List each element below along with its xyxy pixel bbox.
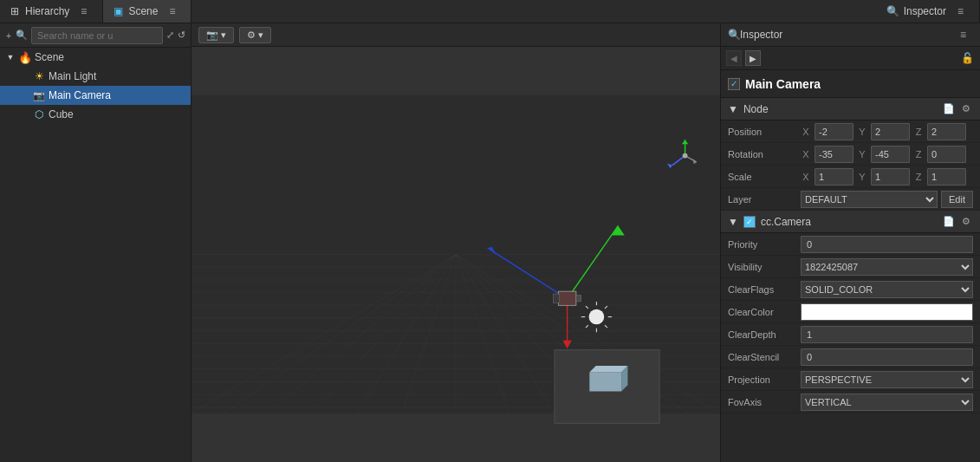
svg-rect-34 xyxy=(553,294,559,303)
cleardepth-input[interactable] xyxy=(801,326,973,343)
lock-btn[interactable]: 🔓 xyxy=(959,50,975,66)
camera-dropdown-icon: ▾ xyxy=(221,29,226,41)
clearflags-select[interactable]: SOLID_COLOR DEPTH_ONLY DONT_CLEAR SKYBOX xyxy=(801,281,973,298)
hierarchy-panel: + 🔍 ⤢ ↺ ▼ 🔥 Scene ☀ Main Light 📷 xyxy=(0,23,191,462)
scene-tab[interactable]: ▣ Scene ≡ xyxy=(103,0,191,23)
add-node-btn[interactable]: + xyxy=(5,28,12,43)
cleardepth-row: ClearDepth xyxy=(721,323,980,346)
hierarchy-menu-btn[interactable]: ≡ xyxy=(74,5,94,17)
nav-back-btn[interactable]: ◀ xyxy=(726,50,742,66)
projection-select[interactable]: PERSPECTIVE ORTHO xyxy=(801,371,973,388)
position-x-input[interactable] xyxy=(815,123,853,140)
priority-input[interactable] xyxy=(801,236,973,253)
tree-item-main-light[interactable]: ☀ Main Light xyxy=(0,67,191,86)
camera-settings-icon-btn[interactable]: ⚙ xyxy=(959,215,973,229)
layer-edit-btn[interactable]: Edit xyxy=(941,191,973,208)
layer-select[interactable]: DEFAULT xyxy=(801,191,938,208)
nav-forward-btn[interactable]: ▶ xyxy=(745,50,761,66)
position-z-label: Z xyxy=(913,127,924,137)
inspector-panel: 🔍 Inspector ≡ ◀ ▶ 🔓 Main Camera ▼ Node 📄… xyxy=(720,23,980,462)
inspector-menu-btn[interactable]: ≡ xyxy=(951,5,970,17)
position-row: Position X Y Z xyxy=(721,120,980,143)
clearstencil-input[interactable] xyxy=(801,348,973,366)
scene-menu-btn[interactable]: ≡ xyxy=(162,5,182,17)
visibility-select[interactable]: 1822425087 xyxy=(801,258,973,276)
svg-marker-53 xyxy=(589,372,621,391)
settings-dropdown-icon: ▾ xyxy=(258,29,263,41)
scene-tab-label: Scene xyxy=(128,5,158,17)
projection-row: Projection PERSPECTIVE ORTHO xyxy=(721,368,980,391)
tree-item-main-camera[interactable]: 📷 Main Camera xyxy=(0,86,191,105)
tree-item-cube[interactable]: ⬡ Cube xyxy=(0,105,191,124)
camera-section-icons: 📄 ⚙ xyxy=(942,215,973,229)
position-y-input[interactable] xyxy=(871,123,910,140)
clearcolor-picker[interactable] xyxy=(801,303,973,321)
priority-fields xyxy=(801,236,973,253)
inspector-nav: ◀ ▶ 🔓 xyxy=(721,47,980,70)
scale-z-input[interactable] xyxy=(927,168,966,185)
cleardepth-fields xyxy=(801,326,973,343)
scale-label: Scale xyxy=(728,172,797,182)
node-section-title: Node xyxy=(743,103,937,115)
expand-btn[interactable]: ⤢ xyxy=(166,28,174,43)
hierarchy-tab[interactable]: ⊞ Hierarchy ≡ xyxy=(0,0,103,23)
priority-label: Priority xyxy=(728,239,797,250)
main-layout: + 🔍 ⤢ ↺ ▼ 🔥 Scene ☀ Main Light 📷 xyxy=(0,23,980,462)
scale-y-input[interactable] xyxy=(871,168,910,185)
clearflags-row: ClearFlags SOLID_COLOR DEPTH_ONLY DONT_C… xyxy=(721,278,980,301)
clearflags-label: ClearFlags xyxy=(728,284,797,295)
camera-doc-btn[interactable]: 📄 xyxy=(942,215,956,229)
clearstencil-row: ClearStencil xyxy=(721,346,980,368)
rotation-x-input[interactable] xyxy=(815,146,853,163)
hierarchy-icon: ⊞ xyxy=(9,5,21,17)
layer-row: Layer DEFAULT Edit xyxy=(721,188,980,211)
visibility-label: Visibility xyxy=(728,262,797,272)
position-x-label: X xyxy=(801,127,811,137)
node-section-icons: 📄 ⚙ xyxy=(942,102,973,116)
layer-fields: DEFAULT Edit xyxy=(801,191,973,208)
scale-x-input[interactable] xyxy=(815,168,853,185)
scale-y-label: Y xyxy=(857,172,867,182)
inspector-tab[interactable]: 🔍 Inspector ≡ xyxy=(879,0,980,23)
tree-label-main-light: Main Light xyxy=(49,70,96,82)
node-section-header[interactable]: ▼ Node 📄 ⚙ xyxy=(721,98,980,120)
clearstencil-label: ClearStencil xyxy=(728,352,797,362)
rotation-z-input[interactable] xyxy=(927,146,966,163)
scene-viewport[interactable] xyxy=(191,47,720,462)
node-settings-btn[interactable]: ⚙ xyxy=(959,102,973,116)
clearcolor-label: ClearColor xyxy=(728,307,797,317)
rotation-z-label: Z xyxy=(913,149,924,159)
rotation-x-label: X xyxy=(801,149,811,159)
fovaxis-select[interactable]: VERTICAL HORIZONTAL xyxy=(801,394,973,411)
position-label: Position xyxy=(728,127,797,137)
camera-section-header[interactable]: ▼ cc.Camera 📄 ⚙ xyxy=(721,211,980,233)
search-bar: + 🔍 ⤢ ↺ xyxy=(0,23,191,48)
fovaxis-fields: VERTICAL HORIZONTAL xyxy=(801,394,973,411)
visibility-fields: 1822425087 xyxy=(801,258,973,276)
position-z-input[interactable] xyxy=(927,123,966,140)
tree-item-scene[interactable]: ▼ 🔥 Scene xyxy=(0,48,191,67)
visibility-row: Visibility 1822425087 xyxy=(721,256,980,278)
cube-icon-tree: ⬡ xyxy=(33,108,45,120)
clearcolor-fields xyxy=(801,303,973,321)
obj-enabled-checkbox[interactable] xyxy=(728,78,740,90)
refresh-btn[interactable]: ↺ xyxy=(178,28,185,43)
svg-rect-33 xyxy=(558,291,576,305)
search-icon[interactable]: 🔍 xyxy=(16,28,28,43)
camera-section-title: cc.Camera xyxy=(761,216,937,228)
inspector-panel-title: Inspector xyxy=(740,29,953,41)
rotation-row: Rotation X Y Z xyxy=(721,143,980,166)
camera-icon: 📷 xyxy=(206,29,218,41)
scene-panel: 📷 ▾ ⚙ ▾ xyxy=(191,23,720,462)
cleardepth-label: ClearDepth xyxy=(728,329,797,340)
tree-area: ▼ 🔥 Scene ☀ Main Light 📷 Main Camera ⬡ C… xyxy=(0,48,191,462)
rotation-y-input[interactable] xyxy=(871,146,910,163)
obj-name-row: Main Camera xyxy=(721,70,980,98)
scene-settings-btn[interactable]: ⚙ ▾ xyxy=(239,27,271,43)
camera-enabled-checkbox[interactable] xyxy=(743,216,756,228)
camera-settings-btn[interactable]: 📷 ▾ xyxy=(198,27,234,43)
tree-label-cube: Cube xyxy=(49,108,74,120)
inspector-options-btn[interactable]: ≡ xyxy=(953,29,973,41)
node-doc-btn[interactable]: 📄 xyxy=(942,102,956,116)
search-input[interactable] xyxy=(31,27,163,44)
